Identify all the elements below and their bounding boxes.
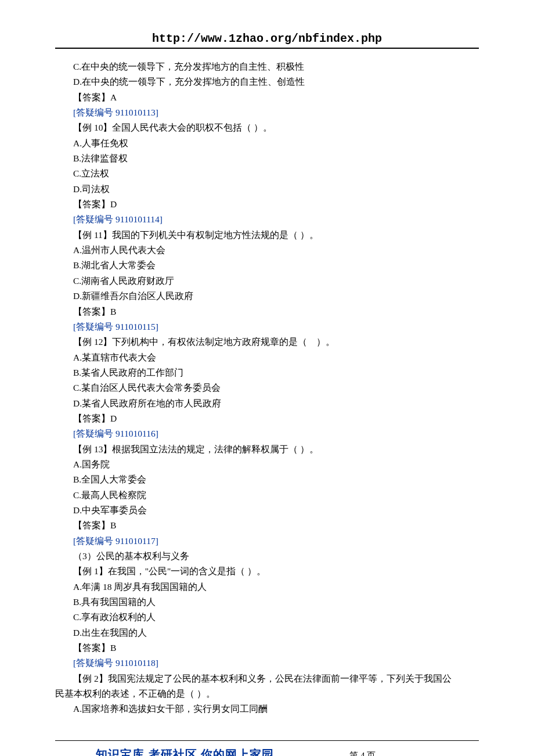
text-line: D.司法权	[55, 182, 479, 197]
text-line: A.某直辖市代表大会	[55, 350, 479, 365]
text-line: D.中央军事委员会	[55, 503, 479, 518]
text-line: 【答案】B	[55, 640, 479, 656]
header-url: http://www.1zhao.org/nbfindex.php	[55, 32, 479, 45]
text-line: 【答案】A	[55, 90, 479, 105]
text-line: [答疑编号 911010113]	[55, 105, 479, 120]
text-line: [答疑编号 911010118]	[55, 656, 479, 671]
text-line: 【例 2】我国宪法规定了公民的基本权利和义务，公民在法律面前一律平等，下列关于我…	[55, 671, 479, 686]
text-line: B.全国人大常委会	[55, 472, 479, 487]
text-line: （3）公民的基本权利与义务	[55, 549, 479, 564]
document-page: http://www.1zhao.org/nbfindex.php C.在中央的…	[0, 0, 534, 756]
text-line: D.新疆维吾尔自治区人民政府	[55, 289, 479, 304]
text-line: B.具有我国国籍的人	[55, 595, 479, 610]
text-line: [答疑编号 911010117]	[55, 534, 479, 549]
text-line: 【答案】B	[55, 518, 479, 533]
text-line: 民基本权利的表述，不正确的是（ ）。	[55, 686, 479, 701]
text-line: [答疑编号 911010115]	[55, 319, 479, 334]
text-line: 【答案】D	[55, 197, 479, 212]
text-line: B.某省人民政府的工作部门	[55, 365, 479, 380]
text-line: [答疑编号 9110101114]	[55, 212, 479, 227]
text-line: 【答案】D	[55, 411, 479, 426]
footer: 知识宝库 考研社区 你的网上家园 第 4 页	[55, 740, 479, 756]
text-line: C.湖南省人民政府财政厅	[55, 273, 479, 289]
text-line: 【例 1】在我国，"公民"一词的含义是指（ ）。	[55, 564, 479, 579]
text-line: 【例 13】根据我国立法法的规定，法律的解释权属于（ ）。	[55, 442, 479, 457]
text-line: C.某自治区人民代表大会常务委员会	[55, 380, 479, 395]
text-line: [答疑编号 911010116]	[55, 426, 479, 441]
page-number: 第 4 页	[349, 750, 376, 756]
text-line: A.国家培养和选拔妇女干部，实行男女同工同酬	[55, 701, 479, 717]
text-line: C.享有政治权利的人	[55, 610, 479, 625]
text-line: 【例 12】下列机构中，有权依法制定地方政府规章的是（ ）。	[55, 334, 479, 350]
text-line: D.出生在我国的人	[55, 625, 479, 640]
body-content: C.在中央的统一领导下，充分发挥地方的自主性、积极性D.在中央的统一领导下，充分…	[55, 59, 479, 717]
text-line: A.人事任免权	[55, 136, 479, 151]
text-line: B.湖北省人大常委会	[55, 258, 479, 273]
text-line: D.在中央的统一领导下，充分发挥地方的自主性、创造性	[55, 74, 479, 89]
text-line: A.国务院	[55, 457, 479, 472]
text-line: C.立法权	[55, 166, 479, 181]
text-line: A.温州市人民代表大会	[55, 243, 479, 258]
header-divider	[55, 48, 479, 49]
text-line: A.年满 18 周岁具有我国国籍的人	[55, 579, 479, 595]
text-line: 【例 10】全国人民代表大会的职权不包括（ ）。	[55, 120, 479, 135]
text-line: B.法律监督权	[55, 151, 479, 166]
text-line: 【答案】B	[55, 304, 479, 319]
footer-brand: 知识宝库 考研社区 你的网上家园	[96, 747, 274, 756]
footer-divider	[55, 740, 479, 741]
text-line: D.某省人民政府所在地的市人民政府	[55, 396, 479, 411]
text-line: C.最高人民检察院	[55, 488, 479, 503]
text-line: 【例 11】我国的下列机关中有权制定地方性法规的是（ ）。	[55, 228, 479, 243]
text-line: C.在中央的统一领导下，充分发挥地方的自主性、积极性	[55, 59, 479, 74]
